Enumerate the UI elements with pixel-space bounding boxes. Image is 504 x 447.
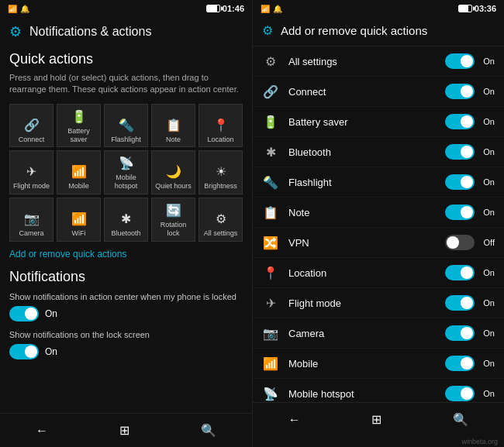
- right-battery-fill: [459, 5, 468, 12]
- grid-item-mobile[interactable]: 📶 Mobile: [57, 150, 101, 194]
- notif-toggle-lockscreen[interactable]: [9, 344, 39, 359]
- left-content: Quick actions Press and hold (or select)…: [0, 45, 252, 413]
- allsettings-grid-icon: ⚙: [216, 211, 226, 226]
- toggle-mobile[interactable]: [445, 356, 475, 371]
- setting-flight: ✈ Flight mode On: [253, 288, 504, 318]
- grid-item-flashlight[interactable]: 🔦 Flashlight: [104, 104, 148, 148]
- notif-item-locked: Show notifications in action center when…: [9, 291, 243, 321]
- setting-left-battery: 🔋 Battery saver: [262, 115, 348, 129]
- allsettings-icon: ⚙: [262, 54, 279, 69]
- right-status-icons: 📶 🔔: [261, 5, 282, 13]
- location-setting-label: Location: [288, 267, 326, 279]
- grid-item-connect[interactable]: 🔗 Connect: [9, 104, 54, 148]
- grid-item-camera[interactable]: 📷 Camera: [9, 198, 54, 242]
- grid-item-wifi[interactable]: 📶 WiFi: [57, 198, 101, 242]
- grid-item-quiet[interactable]: 🌙 Quiet hours: [151, 150, 195, 194]
- allsettings-label: All settings: [288, 56, 337, 67]
- setting-right-mobile: On: [445, 356, 495, 371]
- setting-left-camera: 📷 Camera: [262, 326, 324, 341]
- left-panel: 📶 🔔 01:46 ⚙ Notifications & actions Quic…: [0, 0, 252, 447]
- grid-item-hotspot[interactable]: 📡 Mobile hotspot: [104, 150, 148, 194]
- setting-left-flight: ✈ Flight mode: [262, 296, 341, 311]
- toggle-connect[interactable]: [445, 84, 475, 99]
- setting-location: 📍 Location On: [253, 258, 504, 288]
- right-status-bar: 📶 🔔 03:36: [253, 0, 504, 17]
- right-settings-list: ⚙ All settings On 🔗 Connect On 🔋 Battery…: [253, 46, 504, 402]
- setting-right-hotspot: On: [445, 386, 495, 401]
- grid-label-location: Location: [207, 136, 233, 144]
- flashlight-grid-icon: 🔦: [119, 118, 134, 132]
- back-button-left[interactable]: ←: [23, 421, 60, 441]
- grid-item-battery[interactable]: 🔋 Battery saver: [57, 104, 101, 148]
- left-status-battery: 01:46: [206, 4, 244, 13]
- left-time: 01:46: [223, 4, 244, 13]
- toggle-allsettings[interactable]: [445, 53, 475, 69]
- toggle-flashlight[interactable]: [445, 174, 475, 190]
- setting-right-allsettings: On: [445, 53, 495, 69]
- battery-setting-icon: 🔋: [262, 115, 279, 129]
- grid-item-allsettings[interactable]: ⚙ All settings: [198, 198, 243, 242]
- notifications-heading: Notifications: [9, 269, 243, 285]
- watermark-text: winbeta.org: [461, 438, 498, 445]
- toggle-note[interactable]: [445, 205, 475, 220]
- grid-label-battery: Battery saver: [59, 127, 98, 144]
- home-button-left[interactable]: ⊞: [107, 420, 142, 441]
- notif-toggle-locked[interactable]: [9, 306, 39, 321]
- toggle-vpn[interactable]: [445, 235, 475, 250]
- toggle-knob-1: [25, 308, 37, 320]
- setting-left-location: 📍 Location: [262, 266, 326, 280]
- grid-label-flight: Flight mode: [13, 182, 50, 191]
- setting-connect: 🔗 Connect On: [253, 77, 504, 107]
- setting-left-bluetooth: ✱ Bluetooth: [262, 145, 331, 160]
- vpn-setting-label: VPN: [288, 237, 309, 249]
- knob-camera: [461, 327, 473, 339]
- setting-right-flashlight: On: [445, 174, 495, 190]
- grid-item-flight[interactable]: ✈ Flight mode: [9, 150, 54, 194]
- grid-item-bluetooth[interactable]: ✱ Bluetooth: [104, 198, 148, 242]
- setting-left-connect: 🔗 Connect: [262, 84, 326, 99]
- toggle-hotspot[interactable]: [445, 386, 475, 401]
- right-status-battery: 03:36: [458, 4, 496, 13]
- toggle-battery[interactable]: [445, 114, 475, 129]
- search-button-right[interactable]: 🔍: [440, 409, 481, 430]
- knob-location: [461, 266, 473, 279]
- right-title-icon: ⚙: [262, 23, 273, 38]
- toggle-camera[interactable]: [445, 325, 475, 341]
- grid-item-rotation[interactable]: 🔄 Rotation lock: [151, 198, 195, 242]
- camera-setting-icon: 📷: [262, 326, 279, 341]
- wifi-grid-icon: 📶: [71, 211, 87, 226]
- grid-item-location[interactable]: 📍 Location: [198, 104, 243, 148]
- back-button-right[interactable]: ←: [276, 410, 313, 430]
- toggle-knob-2: [25, 346, 37, 358]
- toggle-bluetooth[interactable]: [445, 144, 475, 160]
- grid-item-note[interactable]: 📋 Note: [151, 104, 195, 148]
- quiet-grid-icon: 🌙: [166, 164, 181, 179]
- grid-label-wifi: WiFi: [72, 229, 86, 238]
- add-remove-link[interactable]: Add or remove quick actions: [9, 249, 126, 260]
- knob-bluetooth: [461, 146, 473, 158]
- flashlight-setting-label: Flashlight: [288, 177, 332, 188]
- home-button-right[interactable]: ⊞: [359, 409, 394, 430]
- notif-toggle-row-2: On: [9, 344, 243, 359]
- setting-note: 📋 Note On: [253, 198, 504, 228]
- setting-right-battery: On: [445, 114, 495, 129]
- label-location: On: [479, 268, 495, 277]
- hotspot-setting-icon: 📡: [262, 387, 279, 401]
- grid-item-brightness[interactable]: ☀ Brightness: [198, 150, 243, 194]
- knob-hotspot: [461, 387, 473, 400]
- bluetooth-setting-icon: ✱: [262, 145, 279, 160]
- notif-desc-locked: Show notifications in action center when…: [9, 291, 243, 302]
- battery-grid-icon: 🔋: [71, 109, 87, 124]
- toggle-location[interactable]: [445, 265, 475, 280]
- notif-item-lockscreen: Show notifications on the lock screen On: [9, 329, 243, 359]
- setting-left-allsettings: ⚙ All settings: [262, 54, 337, 69]
- watermark-bar: winbeta.org: [253, 436, 504, 447]
- search-button-left[interactable]: 🔍: [188, 420, 229, 441]
- toggle-flight[interactable]: [445, 295, 475, 311]
- label-note: On: [479, 208, 495, 217]
- right-time: 03:36: [475, 4, 496, 13]
- vpn-setting-icon: 🔀: [262, 236, 279, 250]
- location-grid-icon: 📍: [213, 118, 229, 132]
- setting-flashlight: 🔦 Flashlight On: [253, 167, 504, 198]
- note-setting-icon: 📋: [262, 205, 279, 220]
